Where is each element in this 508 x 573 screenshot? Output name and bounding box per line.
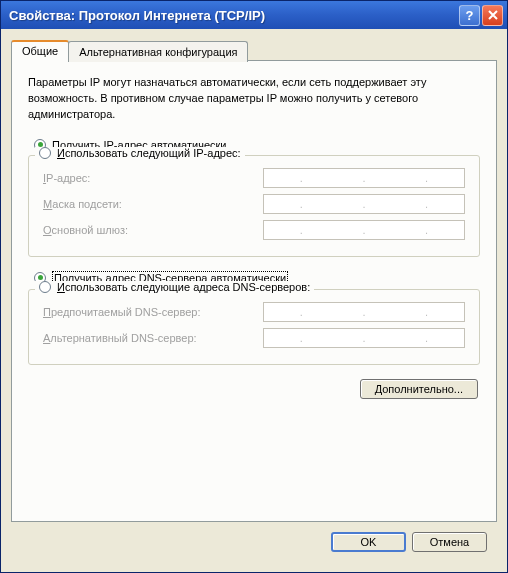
- input-default-gateway[interactable]: ...: [263, 220, 465, 240]
- client-area: Общие Альтернативная конфигурация Параме…: [1, 29, 507, 572]
- close-icon: [488, 10, 498, 20]
- input-preferred-dns[interactable]: ...: [263, 302, 465, 322]
- tab-alternate[interactable]: Альтернативная конфигурация: [68, 41, 248, 62]
- ok-button[interactable]: OK: [331, 532, 406, 552]
- advanced-row: Дополнительно...: [28, 379, 480, 399]
- description-text: Параметры IP могут назначаться автоматич…: [28, 75, 480, 123]
- radio-dns-manual-row[interactable]: Использовать следующие адреса DNS-сервер…: [35, 281, 314, 293]
- label-subnet-mask: Маска подсети:: [43, 198, 263, 210]
- help-button[interactable]: ?: [459, 5, 480, 26]
- close-button[interactable]: [482, 5, 503, 26]
- field-default-gateway: Основной шлюз: ...: [43, 220, 465, 240]
- field-preferred-dns: Предпочитаемый DNS-сервер: ...: [43, 302, 465, 322]
- advanced-button[interactable]: Дополнительно...: [360, 379, 478, 399]
- radio-dns-manual[interactable]: [39, 281, 51, 293]
- group-ip-manual: Использовать следующий IP-адрес: IP-адре…: [28, 155, 480, 257]
- radio-ip-manual-label: Использовать следующий IP-адрес:: [57, 147, 241, 159]
- tab-pane-general: Параметры IP могут назначаться автоматич…: [11, 60, 497, 522]
- input-alternate-dns[interactable]: ...: [263, 328, 465, 348]
- label-preferred-dns: Предпочитаемый DNS-сервер:: [43, 306, 263, 318]
- window: Свойства: Протокол Интернета (TCP/IP) ? …: [0, 0, 508, 573]
- radio-ip-manual[interactable]: [39, 147, 51, 159]
- label-default-gateway: Основной шлюз:: [43, 224, 263, 236]
- cancel-button[interactable]: Отмена: [412, 532, 487, 552]
- tabstrip: Общие Альтернативная конфигурация: [11, 39, 497, 60]
- titlebar: Свойства: Протокол Интернета (TCP/IP) ?: [1, 1, 507, 29]
- field-subnet-mask: Маска подсети: ...: [43, 194, 465, 214]
- field-alternate-dns: Альтернативный DNS-сервер: ...: [43, 328, 465, 348]
- label-ip-address: IP-адрес:: [43, 172, 263, 184]
- radio-ip-manual-row[interactable]: Использовать следующий IP-адрес:: [35, 147, 245, 159]
- window-title: Свойства: Протокол Интернета (TCP/IP): [9, 8, 459, 23]
- titlebar-buttons: ?: [459, 5, 503, 26]
- tab-general[interactable]: Общие: [11, 40, 69, 61]
- label-alternate-dns: Альтернативный DNS-сервер:: [43, 332, 263, 344]
- input-subnet-mask[interactable]: ...: [263, 194, 465, 214]
- dialog-buttons: OK Отмена: [11, 522, 497, 562]
- group-dns-manual: Использовать следующие адреса DNS-сервер…: [28, 289, 480, 365]
- input-ip-address[interactable]: ...: [263, 168, 465, 188]
- radio-dns-manual-label: Использовать следующие адреса DNS-сервер…: [57, 281, 310, 293]
- field-ip-address: IP-адрес: ...: [43, 168, 465, 188]
